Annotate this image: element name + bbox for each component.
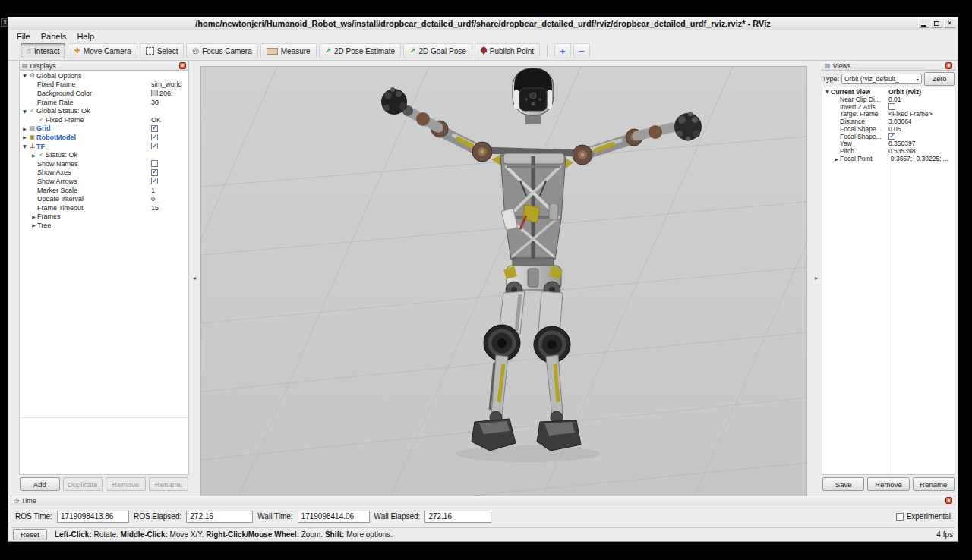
experimental-checkbox[interactable] xyxy=(896,513,904,521)
displays-row-robotmodel[interactable]: ▶▣RobotModel✓ xyxy=(20,133,188,142)
property-value[interactable]: ✓ xyxy=(149,169,188,176)
expander-open-icon[interactable]: ▼ xyxy=(21,143,28,149)
property-value[interactable]: 1 xyxy=(149,187,188,194)
expander-closed-icon[interactable]: ▶ xyxy=(30,152,37,159)
expander-closed-icon[interactable]: ▶ xyxy=(21,134,28,140)
tool-2d-goal-pose[interactable]: ↗2D Goal Pose xyxy=(403,43,472,58)
expander-open-icon[interactable]: ▼ xyxy=(824,88,831,95)
views-row-current-view[interactable]: ▼Current ViewOrbit (rviz) xyxy=(822,88,955,96)
displays-row-status-ok[interactable]: ▶✓Status: Ok xyxy=(20,150,188,159)
displays-row-grid[interactable]: ▶▦Grid✓ xyxy=(20,124,188,134)
wall-time-value-field[interactable]: 1719098414.06 xyxy=(298,511,370,523)
checkbox-checked[interactable]: ✓ xyxy=(151,169,158,176)
property-value[interactable]: 0.01 xyxy=(886,96,955,103)
displays-row-frame-rate[interactable]: Frame Rate30 xyxy=(20,98,188,107)
displays-row-update-interval[interactable]: Update Interval0 xyxy=(20,194,188,203)
displays-row-frames[interactable]: ▶Frames xyxy=(20,212,188,222)
displays-row-show-names[interactable]: Show Names xyxy=(20,159,188,168)
property-value[interactable] xyxy=(886,103,955,110)
displays-panel-header[interactable]: ▤ Displays xyxy=(19,61,189,71)
displays-row-fixed-frame[interactable]: Fixed Framesim_world xyxy=(20,80,188,90)
property-value[interactable]: <Fixed Frame> xyxy=(886,110,955,118)
minimize-button[interactable] xyxy=(918,18,929,28)
titlebar[interactable]: /home/newtonjeri/Humanoid_Robot_ws/insta… xyxy=(8,17,958,30)
displays-row-fixed-frame[interactable]: ✓Fixed FrameOK xyxy=(20,115,188,124)
views-row-focal-point[interactable]: ▶Focal Point-0.3657; -0.30225; ... xyxy=(822,155,955,162)
property-value[interactable]: Orbit (rviz) xyxy=(886,88,955,96)
expander-closed-icon[interactable]: ▶ xyxy=(30,222,37,228)
3d-viewport[interactable] xyxy=(200,66,807,496)
displays-row-global-options[interactable]: ▼⚙Global Options xyxy=(20,71,188,80)
views-row-target-frame[interactable]: Target Frame<Fixed Frame> xyxy=(822,110,955,118)
menu-file[interactable]: File xyxy=(11,30,36,42)
tool-publish-point[interactable]: Publish Point xyxy=(475,43,540,58)
right-splitter-handle[interactable]: ▸ xyxy=(815,275,818,282)
displays-row-marker-scale[interactable]: Marker Scale1 xyxy=(20,186,188,195)
wall-elapsed-value-field[interactable]: 272.16 xyxy=(424,511,491,523)
views-row-focal-shape[interactable]: Focal Shape...✓ xyxy=(822,133,955,140)
property-value[interactable]: sim_world xyxy=(149,80,188,88)
views-close-button[interactable] xyxy=(945,62,952,69)
checkbox-checked[interactable]: ✓ xyxy=(151,134,158,140)
tool-focus-camera[interactable]: ◎Focus Camera xyxy=(186,43,257,58)
displays-description-splitter[interactable] xyxy=(20,417,188,418)
displays-row-background-color[interactable]: Background Color206; xyxy=(20,89,188,98)
property-value[interactable]: ✓ xyxy=(149,178,188,184)
property-value[interactable]: ✓ xyxy=(886,133,955,140)
expander-closed-icon[interactable]: ▶ xyxy=(30,213,37,220)
reset-button[interactable]: Reset xyxy=(13,529,47,540)
time-close-button[interactable] xyxy=(945,497,952,504)
ros-elapsed-value-field[interactable]: 272.16 xyxy=(186,511,253,523)
checkbox-checked[interactable]: ✓ xyxy=(151,125,158,132)
expander-open-icon[interactable]: ▼ xyxy=(21,72,28,79)
views-row-invert-z-axis[interactable]: Invert Z Axis xyxy=(822,103,955,111)
property-value[interactable]: ✓ xyxy=(149,143,188,149)
expander-closed-icon[interactable]: ▶ xyxy=(833,156,840,162)
menu-panels[interactable]: Panels xyxy=(36,30,72,42)
views-row-pitch[interactable]: Pitch0.535398 xyxy=(822,147,955,155)
tool-move-camera[interactable]: ✚Move Camera xyxy=(68,43,137,58)
left-splitter-handle[interactable]: ◂ xyxy=(193,275,196,282)
displays-row-global-status-ok[interactable]: ▼✓Global Status: Ok xyxy=(20,106,188,115)
ros-time-value-field[interactable]: 1719098413.86 xyxy=(57,511,129,523)
views-row-yaw[interactable]: Yaw0.350397 xyxy=(822,140,955,148)
checkbox-checked[interactable]: ✓ xyxy=(151,143,158,149)
property-value[interactable]: 206; xyxy=(149,90,188,97)
remove-tool-button[interactable]: − xyxy=(573,43,590,58)
property-value[interactable]: 0.350397 xyxy=(886,140,955,147)
views-panel-header[interactable]: ▥ Views xyxy=(822,61,955,71)
color-swatch[interactable] xyxy=(151,90,158,96)
expander-open-icon[interactable]: ▼ xyxy=(21,108,28,115)
expander-closed-icon[interactable]: ▶ xyxy=(21,125,28,132)
views-row-distance[interactable]: Distance3.03064 xyxy=(822,118,955,125)
property-value[interactable]: 30 xyxy=(149,99,188,106)
tool-select[interactable]: Select xyxy=(140,43,185,58)
close-button[interactable]: ✕ xyxy=(944,18,955,28)
property-value[interactable]: ✓ xyxy=(149,125,188,132)
menu-help[interactable]: Help xyxy=(71,30,99,42)
displays-add-button[interactable]: Add xyxy=(20,477,60,491)
checkbox-unchecked[interactable] xyxy=(151,160,158,167)
views-remove-button[interactable]: Remove xyxy=(867,477,909,491)
property-value[interactable] xyxy=(149,160,188,167)
property-value[interactable]: 0 xyxy=(149,195,188,203)
tool-interact[interactable]: ☝Interact xyxy=(21,43,65,58)
views-rename-button[interactable]: Rename xyxy=(913,477,955,491)
maximize-button[interactable] xyxy=(931,18,942,28)
checkbox-checked[interactable]: ✓ xyxy=(888,133,895,140)
property-value[interactable]: -0.3657; -0.30225; ... xyxy=(886,155,955,162)
tool-measure[interactable]: Measure xyxy=(260,43,317,58)
displays-close-button[interactable] xyxy=(179,62,186,69)
checkbox-unchecked[interactable] xyxy=(888,103,895,110)
displays-row-show-axes[interactable]: Show Axes✓ xyxy=(20,168,188,178)
views-row-focal-shape[interactable]: Focal Shape...0.05 xyxy=(822,125,955,133)
property-value[interactable]: 0.05 xyxy=(886,125,955,133)
displays-row-frame-timeout[interactable]: Frame Timeout15 xyxy=(20,203,188,212)
property-value[interactable]: 15 xyxy=(149,204,188,212)
property-value[interactable]: 3.03064 xyxy=(886,118,955,125)
views-save-button[interactable]: Save xyxy=(822,477,864,491)
tool-2d-pose-estimate[interactable]: ↗2D Pose Estimate xyxy=(319,43,401,58)
property-value[interactable]: OK xyxy=(149,116,188,124)
displays-row-show-arrows[interactable]: Show Arrows✓ xyxy=(20,177,188,186)
3d-viewport-canvas[interactable] xyxy=(201,67,806,496)
